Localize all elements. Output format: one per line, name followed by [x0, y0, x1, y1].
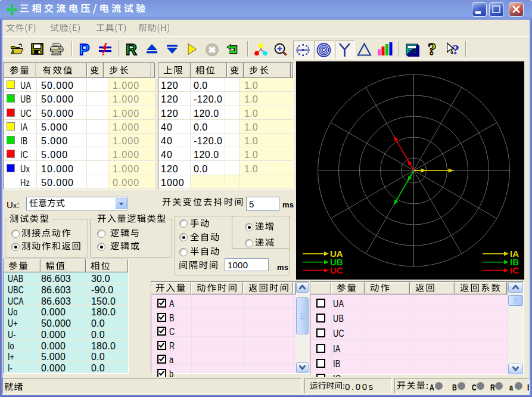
svg-text:?: ? — [452, 42, 459, 57]
svg-text:?: ? — [428, 41, 437, 58]
svg-text:R: R — [126, 41, 137, 57]
svg-text:IC: IC — [510, 265, 519, 275]
svg-text:UC: UC — [330, 265, 343, 275]
svg-text:P: P — [79, 41, 89, 57]
